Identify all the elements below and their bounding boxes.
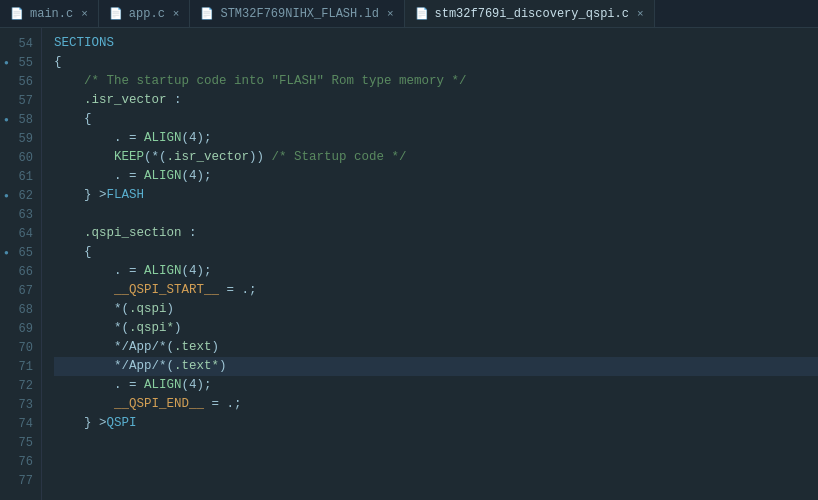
token-65-0: { bbox=[54, 243, 92, 262]
code-line-71: */App/*(.text*) bbox=[54, 357, 818, 376]
token-67-1: __QSPI_START__ bbox=[114, 281, 219, 300]
code-line-57: .isr_vector : bbox=[54, 91, 818, 110]
tab-main-c[interactable]: 📄main.c× bbox=[0, 0, 99, 27]
line-number-68: 68 bbox=[0, 300, 41, 319]
token-57-2: : bbox=[167, 91, 182, 110]
tab-icon-stm32-qspi-c: 📄 bbox=[415, 7, 429, 20]
line-number-58: 58 bbox=[0, 110, 41, 129]
token-72-2: (4); bbox=[182, 376, 212, 395]
tab-icon-app-c: 📄 bbox=[109, 7, 123, 20]
tab-label-stm32-qspi-c: stm32f769i_discovery_qspi.c bbox=[435, 7, 629, 21]
token-68-0: *( bbox=[54, 300, 129, 319]
token-71-1: .text* bbox=[174, 357, 219, 376]
token-71-2: ) bbox=[219, 357, 227, 376]
code-line-56: /* The startup code into "FLASH" Rom typ… bbox=[54, 72, 818, 91]
code-line-68: *(.qspi) bbox=[54, 300, 818, 319]
code-line-63 bbox=[54, 205, 818, 224]
token-68-1: .qspi bbox=[129, 300, 167, 319]
tab-close-app-c[interactable]: × bbox=[173, 8, 180, 20]
token-58-0: { bbox=[54, 110, 92, 129]
token-61-1: ALIGN bbox=[144, 167, 182, 186]
line-number-59: 59 bbox=[0, 129, 41, 148]
code-line-66: . = ALIGN(4); bbox=[54, 262, 818, 281]
line-number-76: 76 bbox=[0, 452, 41, 471]
code-line-60: KEEP(*(.isr_vector)) /* Startup code */ bbox=[54, 148, 818, 167]
line-number-71: 71 bbox=[0, 357, 41, 376]
line-number-70: 70 bbox=[0, 338, 41, 357]
code-line-59: . = ALIGN(4); bbox=[54, 129, 818, 148]
line-number-62: 62 bbox=[0, 186, 41, 205]
editor-area: 5455565758596061626364656667686970717273… bbox=[0, 28, 818, 500]
token-73-2: = .; bbox=[204, 395, 242, 414]
code-line-70: */App/*(.text) bbox=[54, 338, 818, 357]
token-67-0 bbox=[54, 281, 114, 300]
line-number-72: 72 bbox=[0, 376, 41, 395]
line-number-67: 67 bbox=[0, 281, 41, 300]
code-line-58: { bbox=[54, 110, 818, 129]
tab-stm32-flash-ld[interactable]: 📄STM32F769NIHX_FLASH.ld× bbox=[190, 0, 404, 27]
line-number-75: 75 bbox=[0, 433, 41, 452]
token-60-3: )) bbox=[249, 148, 272, 167]
token-72-1: ALIGN bbox=[144, 376, 182, 395]
token-56-0: /* The startup code into "FLASH" Rom typ… bbox=[54, 72, 467, 91]
token-69-1: .qspi* bbox=[129, 319, 174, 338]
token-59-1: ALIGN bbox=[144, 129, 182, 148]
token-60-4: /* Startup code */ bbox=[272, 148, 407, 167]
code-line-74: } >QSPI bbox=[54, 414, 818, 433]
token-66-1: ALIGN bbox=[144, 262, 182, 281]
code-line-76 bbox=[54, 452, 818, 471]
token-70-2: ) bbox=[212, 338, 220, 357]
code-line-67: __QSPI_START__ = .; bbox=[54, 281, 818, 300]
line-number-63: 63 bbox=[0, 205, 41, 224]
line-numbers: 5455565758596061626364656667686970717273… bbox=[0, 28, 42, 500]
token-61-2: (4); bbox=[182, 167, 212, 186]
token-60-2: .isr_vector bbox=[167, 148, 250, 167]
tab-close-main-c[interactable]: × bbox=[81, 8, 88, 20]
line-number-74: 74 bbox=[0, 414, 41, 433]
token-70-0: */App/*( bbox=[54, 338, 174, 357]
tab-close-stm32-qspi-c[interactable]: × bbox=[637, 8, 644, 20]
token-64-1: .qspi_section bbox=[84, 224, 182, 243]
token-59-2: (4); bbox=[182, 129, 212, 148]
token-62-0: } > bbox=[54, 186, 107, 205]
tab-icon-stm32-flash-ld: 📄 bbox=[200, 7, 214, 20]
tab-label-main-c: main.c bbox=[30, 7, 73, 21]
token-71-0: */App/*( bbox=[54, 357, 174, 376]
line-number-73: 73 bbox=[0, 395, 41, 414]
token-60-1: (*( bbox=[144, 148, 167, 167]
token-74-0: } > bbox=[54, 414, 107, 433]
token-67-2: = .; bbox=[219, 281, 257, 300]
token-69-0: *( bbox=[54, 319, 129, 338]
token-68-2: ) bbox=[167, 300, 175, 319]
token-70-1: .text bbox=[174, 338, 212, 357]
code-line-69: *(.qspi*) bbox=[54, 319, 818, 338]
token-57-1: .isr_vector bbox=[84, 91, 167, 110]
line-number-54: 54 bbox=[0, 34, 41, 53]
token-66-2: (4); bbox=[182, 262, 212, 281]
token-66-0: . = bbox=[54, 262, 144, 281]
line-number-69: 69 bbox=[0, 319, 41, 338]
token-64-0 bbox=[54, 224, 84, 243]
token-57-0 bbox=[54, 91, 84, 110]
line-number-57: 57 bbox=[0, 91, 41, 110]
tab-close-stm32-flash-ld[interactable]: × bbox=[387, 8, 394, 20]
line-number-61: 61 bbox=[0, 167, 41, 186]
tab-app-c[interactable]: 📄app.c× bbox=[99, 0, 191, 27]
tab-label-stm32-flash-ld: STM32F769NIHX_FLASH.ld bbox=[220, 7, 378, 21]
code-line-77 bbox=[54, 471, 818, 490]
token-61-0: . = bbox=[54, 167, 144, 186]
code-line-65: { bbox=[54, 243, 818, 262]
code-line-73: __QSPI_END__ = .; bbox=[54, 395, 818, 414]
tab-bar: 📄main.c×📄app.c×📄STM32F769NIHX_FLASH.ld×📄… bbox=[0, 0, 818, 28]
line-number-55: 55 bbox=[0, 53, 41, 72]
code-content[interactable]: SECTIONS{ /* The startup code into "FLAS… bbox=[42, 28, 818, 500]
token-62-1: FLASH bbox=[107, 186, 145, 205]
token-55-0: { bbox=[54, 53, 62, 72]
token-72-0: . = bbox=[54, 376, 144, 395]
code-line-72: . = ALIGN(4); bbox=[54, 376, 818, 395]
tab-stm32-qspi-c[interactable]: 📄stm32f769i_discovery_qspi.c× bbox=[405, 0, 655, 27]
line-number-64: 64 bbox=[0, 224, 41, 243]
line-number-66: 66 bbox=[0, 262, 41, 281]
token-73-1: __QSPI_END__ bbox=[114, 395, 204, 414]
code-line-62: } >FLASH bbox=[54, 186, 818, 205]
